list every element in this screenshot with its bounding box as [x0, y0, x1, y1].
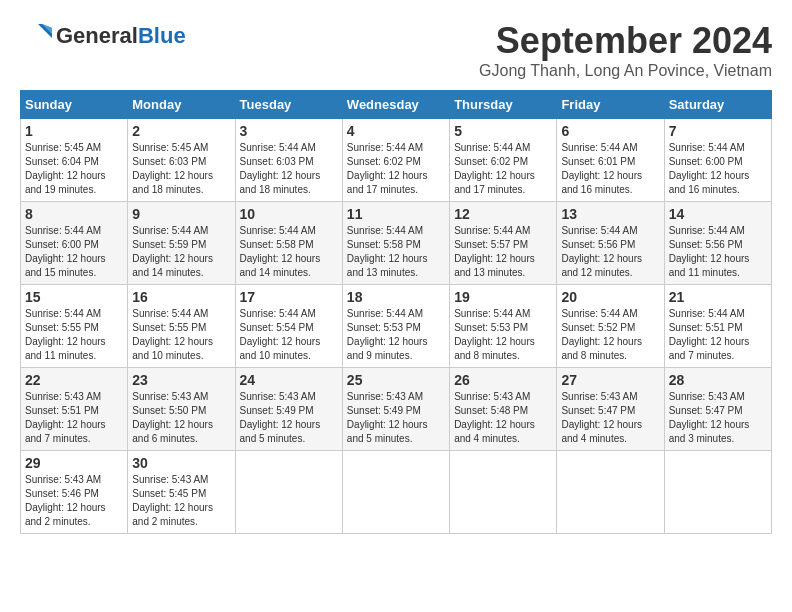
day-number: 13: [561, 206, 659, 222]
logo: GeneralBlue: [20, 20, 186, 52]
calendar-cell: [557, 451, 664, 534]
day-number: 14: [669, 206, 767, 222]
day-number: 30: [132, 455, 230, 471]
day-info: Sunrise: 5:44 AMSunset: 6:03 PMDaylight:…: [240, 142, 321, 195]
day-number: 28: [669, 372, 767, 388]
day-number: 5: [454, 123, 552, 139]
header: GeneralBlue September 2024 GJong Thanh, …: [20, 20, 772, 80]
day-number: 3: [240, 123, 338, 139]
calendar-row: 29 Sunrise: 5:43 AMSunset: 5:46 PMDaylig…: [21, 451, 772, 534]
logo-icon: [20, 20, 52, 52]
calendar-cell: 28 Sunrise: 5:43 AMSunset: 5:47 PMDaylig…: [664, 368, 771, 451]
day-info: Sunrise: 5:43 AMSunset: 5:51 PMDaylight:…: [25, 391, 106, 444]
day-info: Sunrise: 5:44 AMSunset: 5:58 PMDaylight:…: [240, 225, 321, 278]
day-info: Sunrise: 5:44 AMSunset: 5:53 PMDaylight:…: [454, 308, 535, 361]
day-info: Sunrise: 5:43 AMSunset: 5:48 PMDaylight:…: [454, 391, 535, 444]
day-info: Sunrise: 5:44 AMSunset: 5:59 PMDaylight:…: [132, 225, 213, 278]
day-info: Sunrise: 5:44 AMSunset: 5:57 PMDaylight:…: [454, 225, 535, 278]
day-number: 27: [561, 372, 659, 388]
day-info: Sunrise: 5:44 AMSunset: 5:55 PMDaylight:…: [132, 308, 213, 361]
day-info: Sunrise: 5:43 AMSunset: 5:47 PMDaylight:…: [561, 391, 642, 444]
day-info: Sunrise: 5:44 AMSunset: 6:02 PMDaylight:…: [454, 142, 535, 195]
day-number: 17: [240, 289, 338, 305]
calendar-cell: 25 Sunrise: 5:43 AMSunset: 5:49 PMDaylig…: [342, 368, 449, 451]
day-info: Sunrise: 5:44 AMSunset: 5:52 PMDaylight:…: [561, 308, 642, 361]
calendar-cell: 13 Sunrise: 5:44 AMSunset: 5:56 PMDaylig…: [557, 202, 664, 285]
day-info: Sunrise: 5:43 AMSunset: 5:46 PMDaylight:…: [25, 474, 106, 527]
calendar-cell: 24 Sunrise: 5:43 AMSunset: 5:49 PMDaylig…: [235, 368, 342, 451]
day-info: Sunrise: 5:43 AMSunset: 5:45 PMDaylight:…: [132, 474, 213, 527]
day-number: 1: [25, 123, 123, 139]
day-number: 19: [454, 289, 552, 305]
logo-text: GeneralBlue: [56, 25, 186, 47]
day-info: Sunrise: 5:43 AMSunset: 5:49 PMDaylight:…: [347, 391, 428, 444]
day-number: 24: [240, 372, 338, 388]
calendar-row: 22 Sunrise: 5:43 AMSunset: 5:51 PMDaylig…: [21, 368, 772, 451]
day-number: 2: [132, 123, 230, 139]
day-info: Sunrise: 5:44 AMSunset: 5:58 PMDaylight:…: [347, 225, 428, 278]
day-info: Sunrise: 5:44 AMSunset: 5:56 PMDaylight:…: [561, 225, 642, 278]
calendar-cell: 22 Sunrise: 5:43 AMSunset: 5:51 PMDaylig…: [21, 368, 128, 451]
calendar-row: 1 Sunrise: 5:45 AMSunset: 6:04 PMDayligh…: [21, 119, 772, 202]
calendar-cell: 20 Sunrise: 5:44 AMSunset: 5:52 PMDaylig…: [557, 285, 664, 368]
calendar-cell: 9 Sunrise: 5:44 AMSunset: 5:59 PMDayligh…: [128, 202, 235, 285]
day-info: Sunrise: 5:44 AMSunset: 5:51 PMDaylight:…: [669, 308, 750, 361]
calendar-cell: 26 Sunrise: 5:43 AMSunset: 5:48 PMDaylig…: [450, 368, 557, 451]
day-number: 21: [669, 289, 767, 305]
col-wednesday: Wednesday: [342, 91, 449, 119]
day-number: 16: [132, 289, 230, 305]
calendar-cell: [450, 451, 557, 534]
calendar-cell: 29 Sunrise: 5:43 AMSunset: 5:46 PMDaylig…: [21, 451, 128, 534]
title-area: September 2024 GJong Thanh, Long An Povi…: [479, 20, 772, 80]
day-info: Sunrise: 5:44 AMSunset: 5:53 PMDaylight:…: [347, 308, 428, 361]
day-info: Sunrise: 5:43 AMSunset: 5:49 PMDaylight:…: [240, 391, 321, 444]
day-number: 12: [454, 206, 552, 222]
calendar-cell: [235, 451, 342, 534]
day-number: 23: [132, 372, 230, 388]
day-info: Sunrise: 5:44 AMSunset: 5:55 PMDaylight:…: [25, 308, 106, 361]
col-thursday: Thursday: [450, 91, 557, 119]
day-number: 18: [347, 289, 445, 305]
day-number: 9: [132, 206, 230, 222]
day-info: Sunrise: 5:45 AMSunset: 6:04 PMDaylight:…: [25, 142, 106, 195]
calendar-cell: 3 Sunrise: 5:44 AMSunset: 6:03 PMDayligh…: [235, 119, 342, 202]
day-number: 22: [25, 372, 123, 388]
day-number: 11: [347, 206, 445, 222]
day-info: Sunrise: 5:44 AMSunset: 6:00 PMDaylight:…: [669, 142, 750, 195]
calendar-cell: 17 Sunrise: 5:44 AMSunset: 5:54 PMDaylig…: [235, 285, 342, 368]
calendar-row: 15 Sunrise: 5:44 AMSunset: 5:55 PMDaylig…: [21, 285, 772, 368]
calendar-row: 8 Sunrise: 5:44 AMSunset: 6:00 PMDayligh…: [21, 202, 772, 285]
location-title: GJong Thanh, Long An Povince, Vietnam: [479, 62, 772, 80]
calendar-table: Sunday Monday Tuesday Wednesday Thursday…: [20, 90, 772, 534]
calendar-cell: 19 Sunrise: 5:44 AMSunset: 5:53 PMDaylig…: [450, 285, 557, 368]
day-info: Sunrise: 5:45 AMSunset: 6:03 PMDaylight:…: [132, 142, 213, 195]
col-saturday: Saturday: [664, 91, 771, 119]
day-number: 6: [561, 123, 659, 139]
header-row: Sunday Monday Tuesday Wednesday Thursday…: [21, 91, 772, 119]
calendar-cell: 12 Sunrise: 5:44 AMSunset: 5:57 PMDaylig…: [450, 202, 557, 285]
svg-rect-0: [20, 20, 52, 52]
day-number: 7: [669, 123, 767, 139]
calendar-cell: 14 Sunrise: 5:44 AMSunset: 5:56 PMDaylig…: [664, 202, 771, 285]
day-info: Sunrise: 5:44 AMSunset: 6:02 PMDaylight:…: [347, 142, 428, 195]
day-number: 29: [25, 455, 123, 471]
calendar-cell: 18 Sunrise: 5:44 AMSunset: 5:53 PMDaylig…: [342, 285, 449, 368]
calendar-cell: [342, 451, 449, 534]
calendar-cell: 7 Sunrise: 5:44 AMSunset: 6:00 PMDayligh…: [664, 119, 771, 202]
calendar-cell: 27 Sunrise: 5:43 AMSunset: 5:47 PMDaylig…: [557, 368, 664, 451]
day-number: 8: [25, 206, 123, 222]
calendar-cell: 23 Sunrise: 5:43 AMSunset: 5:50 PMDaylig…: [128, 368, 235, 451]
calendar-cell: 1 Sunrise: 5:45 AMSunset: 6:04 PMDayligh…: [21, 119, 128, 202]
day-number: 4: [347, 123, 445, 139]
day-info: Sunrise: 5:44 AMSunset: 5:54 PMDaylight:…: [240, 308, 321, 361]
day-info: Sunrise: 5:44 AMSunset: 6:01 PMDaylight:…: [561, 142, 642, 195]
day-info: Sunrise: 5:44 AMSunset: 6:00 PMDaylight:…: [25, 225, 106, 278]
calendar-cell: 10 Sunrise: 5:44 AMSunset: 5:58 PMDaylig…: [235, 202, 342, 285]
calendar-cell: 6 Sunrise: 5:44 AMSunset: 6:01 PMDayligh…: [557, 119, 664, 202]
calendar-cell: 11 Sunrise: 5:44 AMSunset: 5:58 PMDaylig…: [342, 202, 449, 285]
day-number: 15: [25, 289, 123, 305]
calendar-cell: [664, 451, 771, 534]
col-sunday: Sunday: [21, 91, 128, 119]
calendar-cell: 15 Sunrise: 5:44 AMSunset: 5:55 PMDaylig…: [21, 285, 128, 368]
day-number: 26: [454, 372, 552, 388]
